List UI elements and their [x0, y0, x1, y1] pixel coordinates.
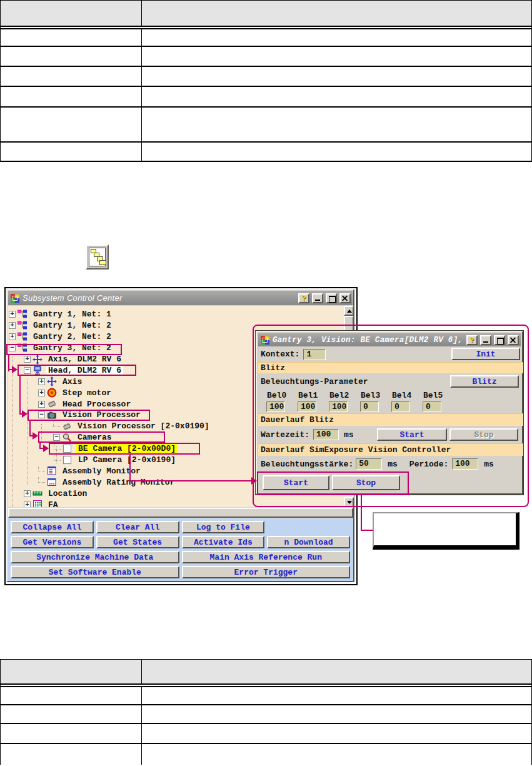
beleuchtungsstaerke-row: Beleuchtungsstärke: 50 ms Periode: 100 m… [258, 456, 523, 472]
table-row [1, 724, 531, 744]
bel1-field[interactable]: 100 [298, 401, 316, 412]
main-axis-reference-run-button[interactable]: Main Axis Reference Run [182, 551, 351, 563]
expand-toggle-icon[interactable]: + [38, 390, 45, 396]
bel4-field[interactable]: 0 [391, 401, 410, 412]
synchronize-machine-data-button[interactable]: Synchronize Machine Data [11, 551, 179, 563]
fa-icon [33, 500, 43, 507]
table-cell [1, 87, 142, 106]
activate-ids-button[interactable]: Activate Ids [182, 536, 265, 548]
collapse-toggle-icon[interactable]: − [38, 411, 45, 418]
tree-item-label: Assembly Rating Monitor [61, 478, 176, 487]
section-dauerlauf-sim-label: Dauerlauf SimExposure Vision Controller [261, 445, 451, 455]
expand-toggle-icon[interactable]: + [38, 401, 45, 408]
tree-item-label: Gantry 1, Net: 2 [31, 321, 113, 330]
get-versions-button[interactable]: Get Versions [11, 536, 94, 548]
table-row [1, 87, 531, 108]
table-cell [142, 67, 531, 86]
expand-toggle-icon[interactable]: + [9, 333, 16, 340]
table-cell [1, 143, 142, 161]
sim-stop-button[interactable]: Stop [332, 475, 400, 490]
help-button[interactable]: ? [466, 335, 478, 345]
tree-connector [53, 421, 60, 427]
sim-start-button[interactable]: Start [263, 475, 329, 490]
subsystem-cascade-icon [86, 244, 109, 270]
tree-item-label: Axis [61, 377, 84, 386]
bel5-field[interactable]: 0 [423, 401, 441, 412]
close-button[interactable] [339, 293, 351, 303]
table-cell [1, 108, 142, 141]
wartezeit-field[interactable]: 100 [313, 429, 339, 440]
tree-item-label: LP Camera [2-0x0190] [76, 455, 178, 465]
collapse-toggle-icon[interactable]: − [53, 434, 60, 441]
tree-item-label: Vision Processor [2-0x0190] [76, 421, 211, 431]
app-icon [10, 293, 20, 303]
dauerlauf-start-button[interactable]: Start [377, 428, 447, 441]
top-table [0, 0, 532, 162]
log-to-file-button[interactable]: Log to File [182, 521, 265, 533]
expand-toggle-icon[interactable]: + [24, 490, 31, 497]
expand-toggle-icon[interactable]: + [9, 322, 16, 329]
collapse-toggle-icon[interactable]: − [24, 367, 31, 374]
arrow-up-icon [347, 310, 352, 313]
error-trigger-button[interactable]: Error Trigger [182, 566, 351, 578]
maximize-button[interactable] [326, 293, 337, 303]
blitz-button[interactable]: Blitz [450, 375, 519, 388]
maximize-button[interactable] [494, 335, 505, 345]
bel3-field[interactable]: 0 [360, 401, 379, 412]
minimize-button[interactable] [480, 335, 491, 345]
init-button[interactable]: Init [451, 348, 520, 360]
scroll-down-button[interactable] [344, 497, 354, 507]
tree-item-gantry-1-net-2[interactable]: +Gantry 1, Net: 2 [8, 320, 344, 331]
location-icon [33, 488, 43, 498]
collapse-all-button[interactable]: Collapse All [11, 521, 94, 533]
tree-connector [38, 466, 45, 471]
arrow-down-icon [347, 501, 352, 504]
table-header-row [1, 659, 531, 683]
expand-toggle-icon[interactable]: + [24, 501, 31, 507]
camera-dialog: Gantry 3, Vision: BE Camera[DLM2 RV 6], … [256, 331, 523, 495]
scroll-up-button[interactable] [344, 306, 354, 316]
magnifier-icon [62, 433, 72, 443]
collapse-toggle-icon[interactable]: − [9, 345, 16, 351]
close-button[interactable] [508, 335, 519, 345]
table-cell [142, 705, 531, 723]
tree-item-gantry-1-net-1[interactable]: +Gantry 1, Net: 1 [8, 309, 344, 320]
bel0-field[interactable]: 100 [266, 401, 285, 412]
wartezeit-label: Wartezeit: [261, 430, 309, 440]
clear-all-button[interactable]: Clear All [96, 521, 179, 533]
tree-item-label: Head, DLM2 RV 6 [46, 366, 123, 375]
minimize-button[interactable] [312, 293, 323, 303]
help-button[interactable]: ? [298, 293, 309, 303]
tree-item-label: Gantry 2, Net: 2 [31, 332, 113, 341]
axis-icon [47, 376, 57, 386]
table-row [1, 705, 531, 724]
tree-item-label: Gantry 1, Net: 1 [31, 310, 113, 319]
get-states-button[interactable]: Get States [96, 536, 179, 548]
expand-toggle-icon[interactable]: + [24, 356, 31, 363]
kontext-field[interactable]: 1 [303, 349, 326, 360]
axis-icon [33, 355, 43, 365]
dauerlauf-stop-button[interactable]: Stop [449, 428, 518, 441]
window-title: Subsystem Control Center [23, 293, 296, 303]
bel2-field[interactable]: 100 [329, 401, 348, 412]
dialog-titlebar[interactable]: Gantry 3, Vision: BE Camera[DLM2 RV 6], … [258, 333, 521, 346]
table-cell [142, 47, 531, 66]
table-cell [1, 705, 142, 723]
n-download-button[interactable]: n Download [267, 536, 350, 548]
expand-toggle-icon[interactable]: + [9, 311, 16, 318]
tree-connector [54, 455, 61, 461]
tree-item-fa[interactable]: +FA [8, 499, 344, 507]
table-row [1, 687, 531, 705]
table-row [1, 29, 531, 47]
table-header-cell [142, 1, 531, 26]
tree-connector [54, 444, 61, 450]
beleuchtungsstaerke-field[interactable]: 50 [356, 458, 382, 470]
horizontal-scrollbar[interactable] [8, 508, 353, 518]
table-cell [142, 87, 531, 106]
periode-field[interactable]: 100 [452, 458, 478, 470]
set-software-enable-button[interactable]: Set Software Enable [11, 566, 179, 578]
subsystem-titlebar[interactable]: Subsystem Control Center ? [8, 291, 353, 305]
expand-toggle-icon[interactable]: + [38, 378, 45, 385]
table-cell [142, 687, 531, 704]
bottom-table [0, 659, 532, 765]
